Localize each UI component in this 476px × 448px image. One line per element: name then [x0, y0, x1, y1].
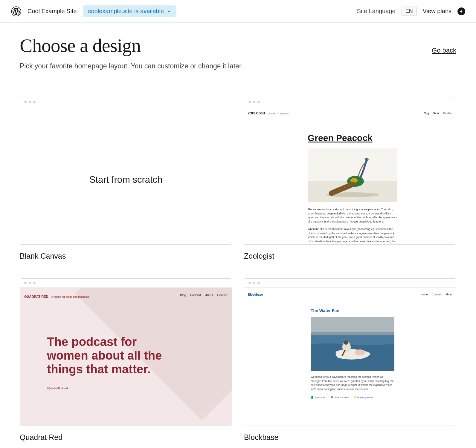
main-content: Choose a design Pick your favorite homep…: [0, 23, 476, 448]
peacock-image: [308, 148, 397, 202]
page-subtitle: Pick your favorite homepage layout. You …: [20, 62, 243, 70]
blank-label: Start from scratch: [89, 174, 163, 185]
theme-card-quadrat-red[interactable]: QUADRAT REDA theme for blogs and podcast…: [20, 278, 232, 442]
chevron-down-icon: [167, 9, 171, 13]
view-plans-link[interactable]: View plans: [423, 8, 451, 15]
theme-card-blockbase[interactable]: Blockbase HomeContactAbout The Water Fan: [244, 278, 456, 442]
language-selector[interactable]: EN: [402, 7, 417, 16]
site-name: Cool Example Site: [28, 8, 77, 15]
theme-preview: ZOOLOGISTLiving Creatures BlogAboutConta…: [244, 97, 456, 245]
language-label: Site Language: [357, 8, 396, 15]
svg-point-11: [344, 187, 345, 188]
app-header: Cool Example Site coolexample.site is av…: [0, 0, 476, 23]
theme-preview: QUADRAT REDA theme for blogs and podcast…: [20, 278, 232, 426]
preview-body: ZOOLOGISTLiving Creatures BlogAboutConta…: [244, 106, 456, 244]
browser-chrome: [244, 97, 456, 106]
svg-point-10: [340, 189, 341, 190]
boat-image: [311, 317, 394, 371]
svg-point-12: [348, 185, 349, 186]
flash-icon[interactable]: [457, 7, 465, 15]
go-back-link[interactable]: Go back: [432, 47, 456, 54]
page-title: Choose a design: [20, 35, 243, 57]
theme-grid: Start from scratch Blank Canvas ZOOLOGIS…: [20, 97, 456, 442]
theme-preview: Start from scratch: [20, 97, 232, 245]
preview-body: Start from scratch: [20, 106, 232, 245]
theme-preview: Blockbase HomeContactAbout The Water Fan: [244, 278, 456, 426]
theme-name: Zoologist: [244, 252, 456, 260]
preview-body: QUADRAT REDA theme for blogs and podcast…: [20, 288, 232, 426]
theme-name: Quadrat Red: [20, 433, 232, 442]
theme-card-zoologist[interactable]: ZOOLOGISTLiving Creatures BlogAboutConta…: [244, 97, 456, 260]
browser-chrome: [20, 279, 232, 288]
svg-point-18: [355, 349, 365, 355]
browser-chrome: [20, 97, 232, 106]
theme-name: Blockbase: [244, 433, 456, 442]
header-left: Cool Example Site coolexample.site is av…: [11, 5, 176, 17]
preview-body: Blockbase HomeContactAbout The Water Fan: [244, 288, 456, 426]
page-header: Choose a design Pick your favorite homep…: [20, 35, 456, 70]
browser-chrome: [244, 279, 456, 288]
wordpress-logo-icon[interactable]: [11, 6, 22, 17]
header-right: Site Language EN View plans: [357, 7, 465, 16]
domain-text: coolexample.site is available: [88, 8, 164, 15]
theme-card-blank-canvas[interactable]: Start from scratch Blank Canvas: [20, 97, 232, 260]
domain-availability-pill[interactable]: coolexample.site is available: [83, 5, 176, 17]
svg-point-17: [344, 340, 348, 345]
svg-point-9: [336, 191, 337, 192]
theme-name: Blank Canvas: [20, 252, 232, 260]
